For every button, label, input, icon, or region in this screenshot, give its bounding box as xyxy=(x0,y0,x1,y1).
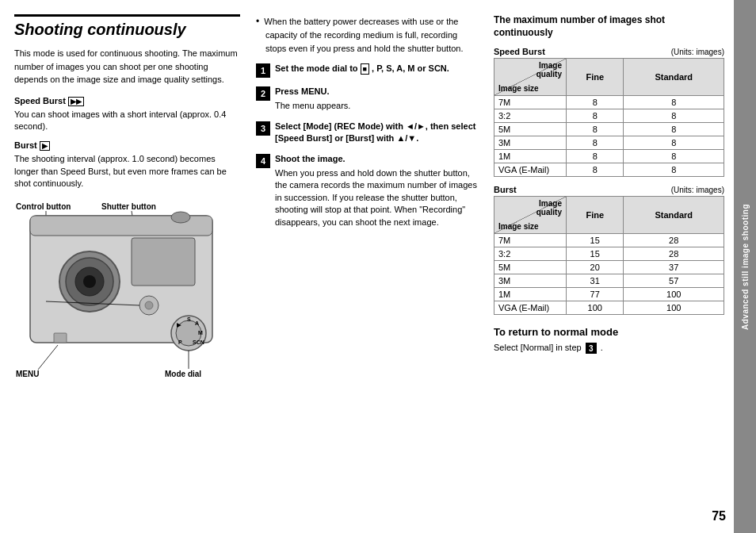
cell-standard: 8 xyxy=(624,136,724,150)
cell-standard: 8 xyxy=(624,150,724,163)
step-3-number: 3 xyxy=(256,121,270,136)
th-standard-speed: Standard xyxy=(624,59,724,96)
right-column: The maximum number of images shot contin… xyxy=(486,14,748,525)
cell-standard: 8 xyxy=(624,123,724,136)
step-4-content: Shoot the image. When you press and hold… xyxy=(275,153,478,228)
th-diagonal-inner-burst: Imagequality Image size xyxy=(494,197,566,233)
cell-size: 3:2 xyxy=(494,109,567,123)
cell-standard: 8 xyxy=(624,96,724,109)
cell-standard: 37 xyxy=(624,261,724,274)
svg-point-6 xyxy=(59,251,120,312)
cell-standard: 100 xyxy=(624,288,724,301)
th-size-label: Image size xyxy=(498,84,539,93)
table-row: 3:21528 xyxy=(494,247,724,261)
normal-mode-title: To return to normal mode xyxy=(494,326,724,338)
table-row: 1M77100 xyxy=(494,288,724,301)
cell-size: VGA (E-Mail) xyxy=(494,163,567,177)
middle-column: • When the battery power decreases with … xyxy=(248,14,486,525)
table-row: VGA (E-Mail)100100 xyxy=(494,301,724,315)
cell-fine: 20 xyxy=(567,261,624,274)
svg-text:P: P xyxy=(178,339,182,345)
table-row: 3M88 xyxy=(494,136,724,150)
cell-size: 5M xyxy=(494,261,567,274)
cell-fine: 8 xyxy=(567,163,624,177)
svg-text:MENU: MENU xyxy=(16,370,39,378)
cell-fine: 8 xyxy=(567,150,624,163)
diagram-svg: Control button Shutter button xyxy=(14,198,240,381)
svg-rect-27 xyxy=(54,333,67,343)
cell-size: 1M xyxy=(494,150,567,163)
burst-table-label: Burst (Units: images) xyxy=(494,185,724,194)
page-container: Shooting continuously This mode is used … xyxy=(0,0,756,533)
step-2-title: Press MENU. xyxy=(275,86,478,98)
cell-fine: 77 xyxy=(567,288,624,301)
th-diagonal-inner: Imagequality Image size xyxy=(494,59,566,95)
speed-burst-units: (Units: images) xyxy=(671,48,724,56)
step-1-number: 1 xyxy=(256,63,270,78)
normal-mode-section: To return to normal mode Select [Normal]… xyxy=(494,326,724,355)
th-quality-label: Imagequality xyxy=(536,61,562,79)
step-2: 2 Press MENU. The menu appears. xyxy=(256,86,478,113)
cell-fine: 31 xyxy=(567,274,624,288)
cell-size: 3:2 xyxy=(494,247,567,261)
cell-size: VGA (E-Mail) xyxy=(494,301,567,315)
camera-icon-step1: ■ xyxy=(361,63,369,75)
speed-burst-table-label: Speed Burst (Units: images) xyxy=(494,47,724,56)
svg-rect-10 xyxy=(132,238,195,286)
step-2-number: 2 xyxy=(256,86,270,101)
table-row: 1M88 xyxy=(494,150,724,163)
step-4-number: 4 xyxy=(256,154,270,168)
th-diagonal-burst: Imagequality Image size xyxy=(494,197,567,234)
svg-point-8 xyxy=(75,267,104,296)
svg-point-9 xyxy=(83,275,96,288)
step-1: 1 Set the mode dial to ■ , P, S, A, M or… xyxy=(256,63,478,78)
cell-standard: 8 xyxy=(624,109,724,123)
step-1-content: Set the mode dial to ■ , P, S, A, M or S… xyxy=(275,63,478,75)
burst-units: (Units: images) xyxy=(671,186,724,194)
svg-point-12 xyxy=(171,316,206,351)
svg-rect-4 xyxy=(30,216,212,343)
sidebar-label: Advanced still image shooting xyxy=(734,0,756,533)
step-2-content: Press MENU. The menu appears. xyxy=(275,86,478,113)
cell-fine: 8 xyxy=(567,96,624,109)
cell-standard: 100 xyxy=(624,301,724,315)
svg-line-3 xyxy=(132,211,137,246)
svg-point-7 xyxy=(66,258,113,305)
th-fine-speed: Fine xyxy=(567,59,624,96)
burst-label: Burst xyxy=(494,185,517,194)
table-row: VGA (E-Mail)88 xyxy=(494,163,724,177)
cell-fine: 15 xyxy=(567,234,624,247)
table-row: 5M2037 xyxy=(494,261,724,274)
step-4-desc: When you press and hold down the shutter… xyxy=(275,167,478,228)
right-section-title: The maximum number of images shot contin… xyxy=(494,14,724,39)
svg-point-20 xyxy=(139,296,158,315)
speed-burst-icon: ▶▶ xyxy=(68,97,84,106)
svg-text:SCN: SCN xyxy=(193,339,204,345)
cell-size: 5M xyxy=(494,123,567,136)
cell-size: 3M xyxy=(494,274,567,288)
speed-burst-label: Speed Burst xyxy=(494,47,545,56)
page-number: 75 xyxy=(712,509,726,523)
step-3: 3 Select [Mode] (REC Mode) with ◄/►, the… xyxy=(256,121,478,145)
step-3-title: Select [Mode] (REC Mode) with ◄/►, then … xyxy=(275,121,478,145)
speed-burst-desc: You can shoot images with a short interv… xyxy=(14,109,240,133)
svg-text:Shutter button: Shutter button xyxy=(101,202,156,211)
normal-mode-text: Select [Normal] in step xyxy=(494,343,582,352)
table-row: 5M88 xyxy=(494,123,724,136)
cell-standard: 8 xyxy=(624,163,724,177)
normal-mode-step-ref: 3 xyxy=(586,343,597,354)
cell-fine: 8 xyxy=(567,136,624,150)
svg-text:Control button: Control button xyxy=(16,202,71,211)
intro-text: This mode is used for continuous shootin… xyxy=(14,47,240,86)
cell-fine: 8 xyxy=(567,109,624,123)
bullet-text: • When the battery power decreases with … xyxy=(256,14,478,55)
svg-text:M: M xyxy=(198,330,203,336)
th-quality-label-burst: Imagequality xyxy=(536,199,562,217)
cell-standard: 28 xyxy=(624,247,724,261)
svg-line-24 xyxy=(38,345,58,370)
svg-text:A: A xyxy=(195,320,199,326)
table-row: 7M88 xyxy=(494,96,724,109)
cell-size: 1M xyxy=(494,288,567,301)
burst-title: Burst ▶ xyxy=(14,140,240,151)
speed-burst-table: Imagequality Image size Fine Standard 7M… xyxy=(494,58,724,177)
